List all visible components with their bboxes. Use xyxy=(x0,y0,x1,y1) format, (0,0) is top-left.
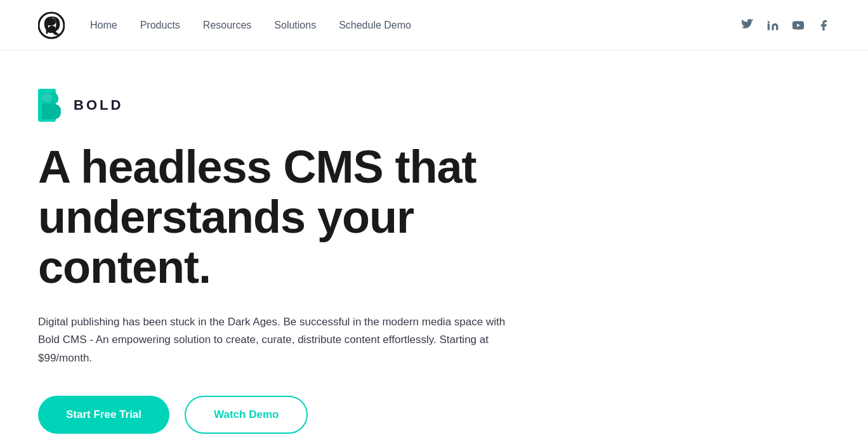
logo-icon: Q xyxy=(38,9,65,42)
nav-item-solutions[interactable]: Solutions xyxy=(274,20,316,31)
nav-links: Home Products Resources Solutions Schedu… xyxy=(90,20,411,31)
nav-link-home[interactable]: Home xyxy=(90,20,117,30)
cta-buttons: Start Free Trial Watch Demo xyxy=(38,396,533,434)
navbar: Q Home Products Resources Solutions Sche… xyxy=(0,0,868,51)
brand-name: BOLD xyxy=(74,97,123,114)
facebook-icon[interactable] xyxy=(817,19,830,32)
logo[interactable]: Q xyxy=(38,9,65,42)
nav-item-home[interactable]: Home xyxy=(90,20,117,31)
twitter-icon[interactable] xyxy=(741,19,754,32)
nav-item-resources[interactable]: Resources xyxy=(203,20,251,31)
nav-link-resources[interactable]: Resources xyxy=(203,20,251,30)
watch-demo-button[interactable]: Watch Demo xyxy=(185,396,308,434)
nav-link-products[interactable]: Products xyxy=(140,20,180,30)
nav-social-icons xyxy=(741,19,830,32)
nav-left: Q Home Products Resources Solutions Sche… xyxy=(38,9,411,42)
youtube-icon[interactable] xyxy=(792,19,805,32)
hero-section: BOLD A headless CMS that understands you… xyxy=(0,51,571,442)
svg-text:Q: Q xyxy=(43,11,61,37)
svg-rect-4 xyxy=(42,93,52,103)
bold-b-icon xyxy=(38,89,66,122)
headline-line1: A headless CMS that xyxy=(38,141,477,192)
headline-line2: understands your xyxy=(38,192,414,242)
nav-link-solutions[interactable]: Solutions xyxy=(274,20,316,30)
start-free-trial-button[interactable]: Start Free Trial xyxy=(38,396,169,434)
brand-badge: BOLD xyxy=(38,89,533,122)
hero-headline: A headless CMS that understands your con… xyxy=(38,142,533,293)
nav-link-schedule-demo[interactable]: Schedule Demo xyxy=(339,20,411,30)
linkedin-icon[interactable] xyxy=(766,19,779,32)
hero-description: Digital publishing has been stuck in the… xyxy=(38,313,520,368)
nav-item-schedule-demo[interactable]: Schedule Demo xyxy=(339,20,411,31)
headline-line3: content. xyxy=(38,242,211,292)
nav-item-products[interactable]: Products xyxy=(140,20,180,31)
